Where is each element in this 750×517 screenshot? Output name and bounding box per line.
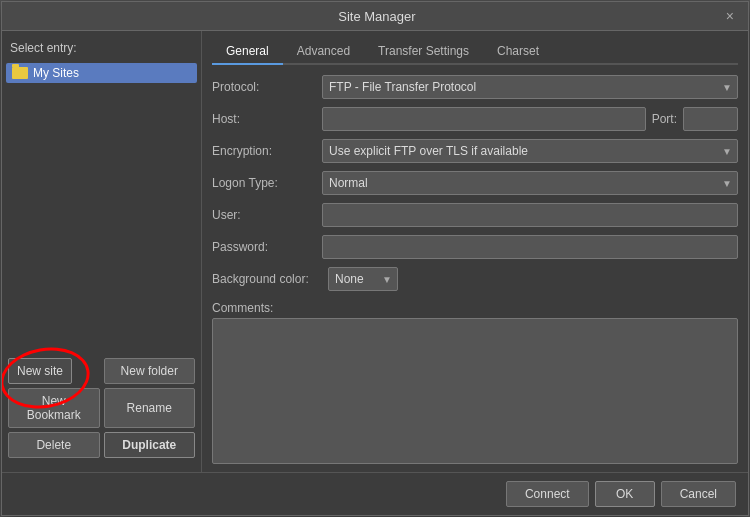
encryption-label: Encryption: [212, 144, 322, 158]
new-site-wrapper: New site [8, 358, 100, 384]
protocol-select[interactable]: FTP - File Transfer Protocol SFTP - SSH … [322, 75, 738, 99]
tab-general[interactable]: General [212, 39, 283, 65]
password-label: Password: [212, 240, 322, 254]
comments-label: Comments: [212, 295, 738, 318]
password-input[interactable] [322, 235, 738, 259]
form-grid: Protocol: FTP - File Transfer Protocol S… [212, 75, 738, 259]
tab-advanced[interactable]: Advanced [283, 39, 364, 65]
bg-color-select-wrapper: None Red Green Blue Yellow ▼ [328, 267, 398, 291]
bg-color-row: Background color: None Red Green Blue Ye… [212, 267, 738, 291]
encryption-select[interactable]: Use explicit FTP over TLS if available O… [322, 139, 738, 163]
dialog-footer: Connect OK Cancel [2, 472, 748, 515]
ok-button[interactable]: OK [595, 481, 655, 507]
host-label: Host: [212, 112, 322, 126]
bg-color-label: Background color: [212, 272, 322, 286]
comments-textarea[interactable] [212, 318, 738, 464]
duplicate-button[interactable]: Duplicate [104, 432, 196, 458]
new-site-button[interactable]: New site [8, 358, 72, 384]
tab-transfer-settings[interactable]: Transfer Settings [364, 39, 483, 65]
bg-color-select[interactable]: None Red Green Blue Yellow [328, 267, 398, 291]
folder-icon [12, 67, 28, 79]
cancel-button[interactable]: Cancel [661, 481, 736, 507]
encryption-select-wrapper: Use explicit FTP over TLS if available O… [322, 139, 738, 163]
form-area: Protocol: FTP - File Transfer Protocol S… [212, 75, 738, 464]
right-panel: General Advanced Transfer Settings Chars… [202, 31, 748, 472]
left-panel: Select entry: My Sites New site New fold… [2, 31, 202, 472]
dialog-body: Select entry: My Sites New site New fold… [2, 31, 748, 472]
host-port-row: Port: [322, 107, 738, 131]
user-input[interactable] [322, 203, 738, 227]
tree-view: My Sites [2, 61, 201, 350]
close-button[interactable]: × [722, 8, 738, 24]
tree-item-my-sites[interactable]: My Sites [6, 63, 197, 83]
connect-button[interactable]: Connect [506, 481, 589, 507]
port-input[interactable] [683, 107, 738, 131]
host-input[interactable] [322, 107, 646, 131]
left-buttons: New site New folder New Bookmark Rename … [2, 350, 201, 466]
new-folder-button[interactable]: New folder [104, 358, 196, 384]
port-label: Port: [652, 112, 677, 126]
select-entry-label: Select entry: [2, 37, 201, 61]
comments-section: Comments: [212, 295, 738, 464]
protocol-label: Protocol: [212, 80, 322, 94]
delete-button[interactable]: Delete [8, 432, 100, 458]
logon-type-select[interactable]: Normal Anonymous Ask for password Intera… [322, 171, 738, 195]
new-bookmark-button[interactable]: New Bookmark [8, 388, 100, 428]
title-bar: Site Manager × [2, 2, 748, 31]
tabs: General Advanced Transfer Settings Chars… [212, 39, 738, 65]
protocol-select-wrapper: FTP - File Transfer Protocol SFTP - SSH … [322, 75, 738, 99]
tree-item-label: My Sites [33, 66, 79, 80]
site-manager-dialog: Site Manager × Select entry: My Sites Ne… [1, 1, 749, 516]
dialog-title: Site Manager [32, 9, 722, 24]
tab-charset[interactable]: Charset [483, 39, 553, 65]
rename-button[interactable]: Rename [104, 388, 196, 428]
logon-type-label: Logon Type: [212, 176, 322, 190]
logon-type-select-wrapper: Normal Anonymous Ask for password Intera… [322, 171, 738, 195]
user-label: User: [212, 208, 322, 222]
